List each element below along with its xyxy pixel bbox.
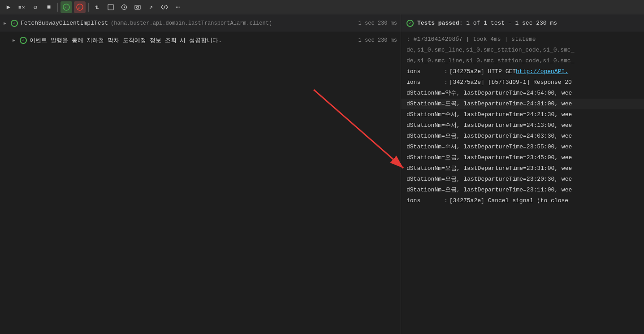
log-key: ions <box>406 196 442 206</box>
export-button[interactable] <box>105 1 117 13</box>
test-class-status-icon <box>11 20 18 27</box>
log-sep: : <box>444 78 448 87</box>
run-button[interactable]: ▶ <box>3 1 14 13</box>
debug-all-button[interactable]: ≡ × <box>16 1 28 13</box>
log-content: : #17316414298б7 | took 4ms | stateme de… <box>401 32 644 208</box>
coverage-off-button[interactable]: ✗ <box>74 1 86 13</box>
log-value: dStationNm=오금, lastDepartureTime=23:20:3… <box>406 174 572 184</box>
svg-text:×: × <box>22 5 25 10</box>
svg-text:≡: ≡ <box>18 5 22 10</box>
log-line: ions : [34275a2e] Cancel signal (to clos… <box>401 195 644 206</box>
log-value: de,s1_0.smc_line,s1_0.smc_station_code,s… <box>406 56 574 66</box>
log-link[interactable]: http://openAPI. <box>516 67 568 77</box>
log-line: dStationNm=오금, lastDepartureTime=23:11:0… <box>401 185 644 195</box>
status-detail: : 1 of 1 test – 1 sec 230 ms <box>459 20 557 26</box>
test-item[interactable]: ▶ 이벤트 발행을 통해 지하철 막차 도착예정 정보 조회 시 성공합니다. … <box>0 32 401 48</box>
log-line: dStationNm=오금, lastDepartureTime=23:45:0… <box>401 152 644 163</box>
status-bar: ✓ Tests passed: 1 of 1 test – 1 sec 230 … <box>401 14 644 32</box>
log-line: de,s1_0.smc_line,s1_0.smc_station_code,s… <box>401 56 644 66</box>
log-value: dStationNm=도곡, lastDepartureTime=24:31:0… <box>406 99 572 109</box>
coverage-button[interactable]: ✓ <box>61 1 72 13</box>
log-value: [34275a2e] Cancel signal (to close <box>450 196 568 206</box>
log-value: dStationNm=수서, lastDepartureTime=24:21:3… <box>406 110 572 120</box>
test-class-path: (hama.buster.api.domain.lastTransportAla… <box>111 20 272 26</box>
history-button[interactable] <box>118 1 130 13</box>
more-button[interactable]: ⋯ <box>172 1 184 13</box>
log-line: dStationNm=오금, lastDepartureTime=23:20:3… <box>401 174 644 185</box>
log-value: dStationNm=수서, lastDepartureTime=23:55:0… <box>406 142 572 152</box>
svg-rect-6 <box>108 4 113 10</box>
status-passed-label: Tests passed <box>417 20 459 26</box>
snapshot-button[interactable] <box>132 1 143 13</box>
log-line: dStationNm=수서, lastDepartureTime=24:13:0… <box>401 120 644 131</box>
log-sep: : <box>444 196 448 206</box>
rerun-button[interactable]: ↺ <box>30 1 41 13</box>
log-line: dStationNm=약수, lastDepartureTime=24:54:0… <box>401 88 644 99</box>
toolbar: ▶ ≡ × ↺ ■ ✓ ✗ ⇅ ↗ <box>0 0 644 14</box>
main-container: ▶ FetchSubwayClientImplTest (hama.buster… <box>0 14 644 334</box>
expand-icon[interactable]: ▶ <box>4 21 6 26</box>
log-value: dStationNm=오금, lastDepartureTime=23:11:0… <box>406 185 572 195</box>
test-header-left: ▶ FetchSubwayClientImplTest (hama.buster… <box>4 20 359 27</box>
test-item-label: 이벤트 발행을 통해 지하철 막차 도착예정 정보 조회 시 성공합니다. <box>30 36 222 44</box>
log-value: de,s1_0.smc_line,s1_0.smc_station_code,s… <box>406 45 574 55</box>
code-button[interactable] <box>159 1 170 13</box>
log-value: dStationNm=수서, lastDepartureTime=24:13:0… <box>406 121 572 130</box>
log-value: : #17316414298б7 | took 4ms | stateme <box>406 35 536 44</box>
log-line: dStationNm=수서, lastDepartureTime=24:21:3… <box>401 109 644 120</box>
log-line: dStationNm=오금, lastDepartureTime=23:31:0… <box>401 163 644 174</box>
log-value: [34275a2e] HTTP GET <box>450 67 516 77</box>
stop-button[interactable]: ■ <box>43 1 55 13</box>
status-check-icon: ✓ <box>406 20 414 27</box>
log-line: de,s1_0.smc_line,s1_0.smc_station_code,s… <box>401 45 644 56</box>
status-text: Tests passed: 1 of 1 test – 1 sec 230 ms <box>417 20 557 26</box>
log-line: ions : [34275a2e] HTTP GET http://openAP… <box>401 66 644 77</box>
test-class-header: ▶ FetchSubwayClientImplTest (hama.buster… <box>0 14 401 32</box>
log-line: : #17316414298б7 | took 4ms | stateme <box>401 34 644 45</box>
test-class-name: FetchSubwayClientImplTest <box>21 20 108 26</box>
log-value: dStationNm=오금, lastDepartureTime=23:45:0… <box>406 153 572 163</box>
test-item-expand[interactable]: ▶ <box>13 38 15 43</box>
test-item-time: 1 sec 230 ms <box>359 37 397 43</box>
sort-button[interactable]: ⇅ <box>91 1 103 13</box>
test-class-time: 1 sec 230 ms <box>359 20 397 26</box>
left-panel: ▶ FetchSubwayClientImplTest (hama.buster… <box>0 14 401 334</box>
separator-2 <box>88 3 89 12</box>
test-item-status-icon <box>20 37 27 44</box>
right-panel: ✓ Tests passed: 1 of 1 test – 1 sec 230 … <box>401 14 644 334</box>
log-value: dStationNm=오금, lastDepartureTime=23:31:0… <box>406 164 572 174</box>
svg-text:✗: ✗ <box>78 6 80 10</box>
log-value: dStationNm=약수, lastDepartureTime=24:54:0… <box>406 88 572 98</box>
log-line: dStationNm=오금, lastDepartureTime=24:03:3… <box>401 131 644 142</box>
log-value: dStationNm=오금, lastDepartureTime=24:03:3… <box>406 131 572 141</box>
separator-1 <box>57 3 58 12</box>
log-sep: : <box>444 67 448 77</box>
log-value: [34275a2e] [b57f3d09-1] Response 20 <box>450 78 572 87</box>
log-key: ions <box>406 78 442 87</box>
share-button[interactable]: ↗ <box>145 1 157 13</box>
log-line: dStationNm=수서, lastDepartureTime=23:55:0… <box>401 142 644 152</box>
log-line: ions : [34275a2e] [b57f3d09-1] Response … <box>401 77 644 88</box>
svg-line-10 <box>164 5 165 9</box>
log-key: ions <box>406 67 442 77</box>
svg-point-9 <box>137 6 139 9</box>
svg-text:✓: ✓ <box>64 6 66 10</box>
svg-rect-8 <box>135 5 140 9</box>
log-line-target: dStationNm=도곡, lastDepartureTime=24:31:0… <box>401 99 644 109</box>
